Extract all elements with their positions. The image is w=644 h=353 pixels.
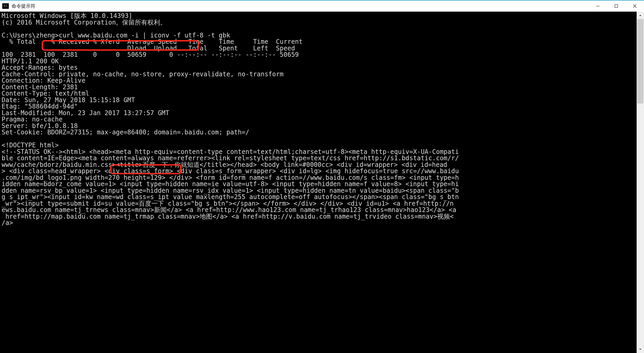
chevron-down-icon [639,348,642,351]
maximize-icon [614,4,618,8]
terminal-output[interactable]: Microsoft Windows [版本 10.0.14393] (c) 20… [0,12,644,353]
close-icon [633,4,637,8]
minimize-button[interactable] [589,1,607,11]
svg-rect-1 [615,4,618,7]
minimize-icon [596,4,600,8]
terminal-area: Microsoft Windows [版本 10.0.14393] (c) 20… [0,12,644,353]
scroll-down-button[interactable] [637,346,644,353]
window-controls [589,1,644,11]
scrollbar-track[interactable] [637,19,644,346]
scrollbar-thumb[interactable] [637,19,643,103]
close-button[interactable] [626,1,644,11]
scroll-up-button[interactable] [637,12,644,19]
window-title: 命令提示符 [12,3,35,9]
vertical-scrollbar[interactable] [637,12,644,353]
chevron-up-icon [639,14,642,17]
maximize-button[interactable] [607,1,626,11]
window-frame: C:\ 命令提示符 Microsoft Windows [版本 10.0.143… [0,0,644,353]
cmd-icon: C:\ [2,3,9,9]
titlebar[interactable]: C:\ 命令提示符 [0,1,644,12]
